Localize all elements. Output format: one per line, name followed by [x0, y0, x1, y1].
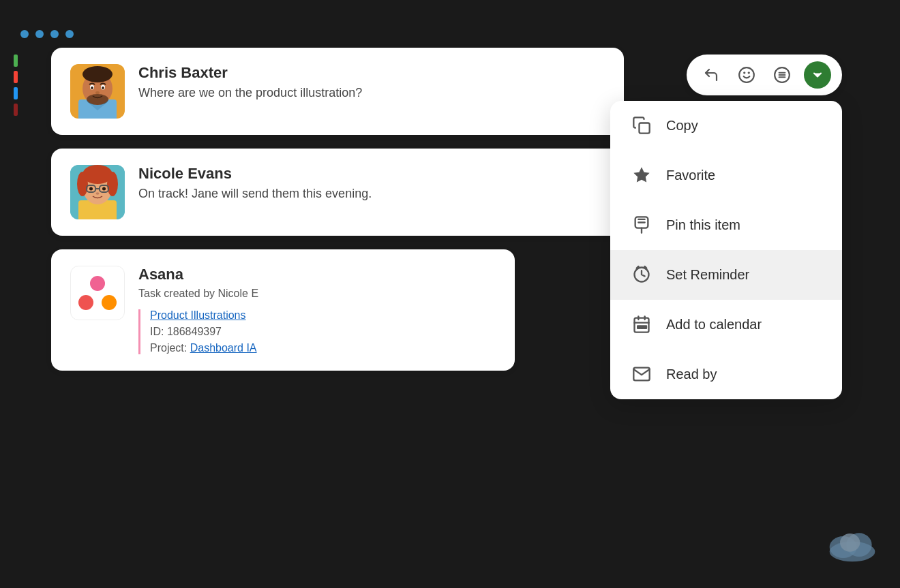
message-info-chris: Chris Baxter Where are we on the product… [138, 64, 605, 100]
message-info-nicole: Nicole Evans On track! Jane will send th… [138, 165, 605, 201]
message-card-asana: Asana Task created by Nicole E Product I… [51, 249, 515, 371]
svg-rect-46 [641, 326, 644, 328]
dropdown-favorite[interactable]: Favorite [610, 151, 842, 200]
message-card-nicole: Nicole Evans On track! Jane will send th… [51, 149, 624, 236]
asana-name: Asana [138, 266, 496, 283]
dropdown-menu: Copy Favorite Pin this item [610, 101, 842, 399]
svg-rect-47 [644, 326, 647, 328]
dot-1 [20, 30, 29, 38]
avatar-nicole [70, 165, 125, 219]
avatar-chris [70, 64, 125, 119]
reply-button[interactable] [698, 61, 725, 89]
svg-point-11 [95, 91, 100, 94]
action-bar [687, 55, 842, 95]
svg-marker-33 [633, 167, 649, 182]
bar-blue [14, 87, 18, 99]
svg-point-6 [87, 94, 108, 105]
message-card-chris: Chris Baxter Where are we on the product… [51, 48, 624, 135]
dropdown-pin[interactable]: Pin this item [610, 200, 842, 250]
dot-4 [65, 30, 74, 38]
svg-point-9 [91, 87, 93, 89]
bar-darkred [14, 104, 18, 116]
bar-red [14, 71, 18, 83]
task-link[interactable]: Product Illustrations [150, 309, 496, 322]
svg-rect-41 [635, 318, 649, 332]
task-project-link[interactable]: Dashboard IA [190, 342, 257, 354]
bar-green [14, 55, 18, 67]
pin-icon [629, 213, 654, 237]
copy-label: Copy [666, 118, 698, 134]
dropdown-readby[interactable]: Read by [610, 350, 842, 399]
copy-icon [629, 113, 654, 138]
nicole-name: Nicole Evans [138, 165, 605, 183]
svg-point-22 [89, 187, 93, 191]
emoji-button[interactable] [733, 61, 760, 89]
menu-button[interactable] [768, 61, 796, 89]
svg-point-23 [102, 187, 106, 191]
svg-point-51 [840, 533, 860, 552]
envelope-icon [629, 362, 654, 386]
star-icon [629, 163, 654, 187]
svg-point-18 [107, 172, 118, 196]
asana-subtitle: Task created by Nicole E [138, 288, 496, 300]
readby-label: Read by [666, 367, 717, 382]
dropdown-copy[interactable]: Copy [610, 101, 842, 151]
messages-list: Chris Baxter Where are we on the product… [51, 48, 624, 384]
svg-point-5 [82, 66, 112, 82]
chris-message: Where are we on the product illustration… [138, 86, 605, 100]
svg-point-25 [739, 67, 754, 82]
svg-point-24 [96, 192, 100, 195]
calendar-icon [629, 312, 654, 337]
task-details: Product Illustrations ID: 186849397 Proj… [138, 309, 496, 354]
decorative-dots [20, 30, 74, 38]
pin-label: Pin this item [666, 217, 740, 233]
svg-line-40 [645, 266, 646, 268]
task-project: Project: Dashboard IA [150, 342, 496, 354]
svg-rect-32 [640, 123, 650, 134]
dot-2 [35, 30, 44, 38]
svg-point-10 [102, 87, 104, 89]
svg-rect-45 [638, 326, 640, 328]
sidebar-bars [14, 55, 18, 116]
nicole-message: On track! Jane will send them this eveni… [138, 187, 605, 201]
favorite-label: Favorite [666, 168, 715, 183]
dot-3 [50, 30, 59, 38]
avatar-asana [70, 266, 125, 320]
reminder-label: Set Reminder [666, 267, 749, 283]
chris-name: Chris Baxter [138, 64, 605, 82]
clock-icon [629, 262, 654, 287]
task-project-label: Project: [150, 342, 187, 354]
dropdown-calendar[interactable]: Add to calendar [610, 300, 842, 350]
svg-line-39 [637, 266, 638, 268]
dropdown-reminder[interactable]: Set Reminder [610, 250, 842, 300]
task-id: ID: 186849397 [150, 326, 496, 338]
svg-point-17 [77, 172, 88, 196]
message-info-asana: Asana Task created by Nicole E Product I… [138, 266, 496, 354]
cloud-decoration [825, 527, 880, 568]
dropdown-button[interactable] [804, 61, 831, 89]
calendar-label: Add to calendar [666, 317, 762, 332]
